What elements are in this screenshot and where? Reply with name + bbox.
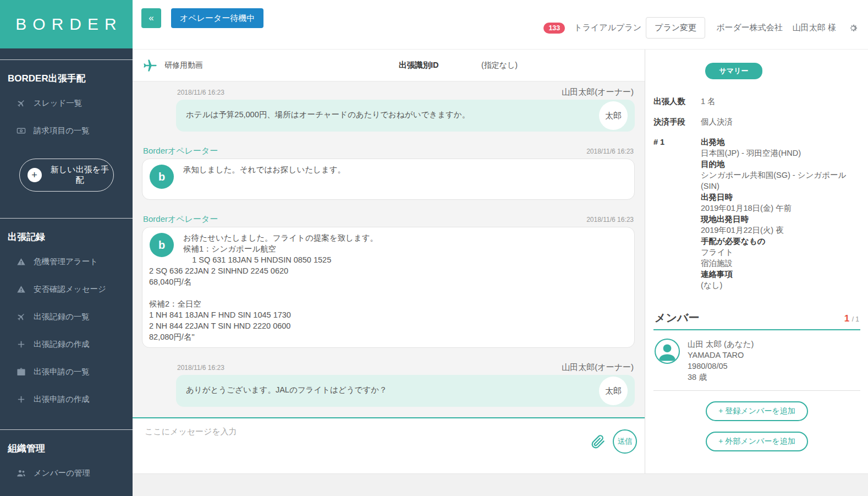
trip-number: # 1 [653, 137, 693, 291]
chat-message-user: 2018/11/6 16:23 山田太郎(オーナー) ありがとうございます。JA… [176, 362, 635, 407]
sidebar-item-trip-request-list[interactable]: 出張申請の一覧 [0, 358, 133, 385]
plane-icon [14, 310, 28, 323]
sidebar-section-title: 組織管理 [0, 442, 133, 459]
sidebar-section-trip-booking: BORDER出張手配 スレッド一覧 請求項目の一覧 + 新しい出張を手配 [0, 60, 133, 192]
field-value: 1 名 [701, 96, 716, 107]
sidebar-item-label: 請求項目の一覧 [34, 126, 90, 136]
chat-message-operator: Borderオペレーター 2018/11/6 16:23 bお待たせいたしました… [142, 214, 635, 348]
warning-icon [17, 285, 26, 294]
chat-input-bar: 送信 [133, 417, 645, 473]
sidebar-item-risk-alert[interactable]: 危機管理アラート [0, 248, 133, 275]
tab-summary[interactable]: サマリー [705, 63, 763, 79]
plus-icon [17, 395, 26, 404]
detail-value: 2019年01月18日(金) 午前 [701, 203, 860, 214]
plan-change-button[interactable]: プラン変更 [646, 17, 705, 39]
message-bubble: ありがとうございます。JALのフライトはどうですか？ 太郎 [176, 375, 635, 407]
user-name[interactable]: 山田太郎 様 [793, 23, 836, 33]
message-sender: Borderオペレーター [143, 214, 218, 225]
sidebar-item-label: メンバーの管理 [34, 468, 90, 478]
sidebar-item-label: 安否確認メッセージ [34, 284, 106, 295]
detail-label: 出発地 [701, 137, 860, 148]
bottom-strip [133, 473, 868, 496]
sidebar-item-trip-record-list[interactable]: 出張記録の一覧 [0, 303, 133, 330]
message-input[interactable] [133, 418, 556, 461]
members-count-total: / 1 [852, 315, 859, 323]
summary-trip-1: # 1 出発地 日本国(JP) - 羽田空港(HND) 目的地 シンガポール共和… [653, 137, 860, 291]
sidebar-item-label: スレッド一覧 [34, 98, 82, 108]
detail-value: シンガポール共和国(SG) - シンガポール(SIN) [701, 170, 860, 192]
detail-value: フライト 宿泊施設 [701, 247, 860, 269]
sidebar-item-member-management[interactable]: メンバーの管理 [0, 459, 133, 487]
chat-message-list[interactable]: 2018/11/6 16:23 山田太郎(オーナー) ホテルは予算25,000円… [133, 81, 645, 417]
field-label: 出張人数 [653, 96, 693, 107]
members-count-current: 1 [844, 313, 849, 324]
users-icon [17, 468, 26, 478]
trip-id-label: 出張識別ID [399, 60, 439, 70]
sidebar-section-organization: 組織管理 メンバーの管理 [0, 430, 133, 487]
topbar-right: 133 トライアルプラン プラン変更 ボーダー株式会社 山田太郎 様 [543, 17, 858, 39]
summary-panel: サマリー 添付資料 出張人数 1 名 決済手段 個人決済 # 1 出発地 日本国… [645, 50, 868, 473]
attach-file-button[interactable] [590, 432, 608, 451]
sidebar-item-label: 出張申請の作成 [34, 394, 90, 405]
message-timestamp: 2018/11/6 16:23 [177, 89, 224, 96]
summary-field-travelers: 出張人数 1 名 [653, 96, 860, 107]
message-bubble: ホテルは予算25,000円、場所はオーチャードのあたりでおねがいできますか。 太… [176, 100, 635, 132]
app-window: BORDER BORDER出張手配 スレッド一覧 請求項目の一覧 + 新しい出張… [0, 0, 868, 496]
sidebar-item-thread-list[interactable]: スレッド一覧 [0, 89, 133, 117]
sidebar-item-label: 出張申請の一覧 [34, 367, 90, 377]
briefcase-icon [17, 367, 26, 377]
detail-value: 2019年01月22日(火) 夜 [701, 225, 860, 236]
collapse-sidebar-button[interactable]: « [141, 8, 161, 28]
message-timestamp: 2018/11/6 16:23 [177, 364, 224, 372]
add-registered-member-button[interactable]: + 登録メンバーを追加 [706, 401, 808, 421]
detail-label: 手配が必要なもの [701, 236, 860, 247]
detail-label: 連絡事項 [701, 269, 860, 280]
field-label: 決済手段 [653, 116, 693, 127]
detail-value: 日本国(JP) - 羽田空港(HND) [701, 148, 860, 159]
detail-label: 現地出発日時 [701, 214, 860, 225]
main-area: « オペレーター待機中 133 トライアルプラン プラン変更 ボーダー株式会社 … [133, 0, 868, 496]
message-text: お待たせいたしました。フライトの提案を致します。 候補1：シンガポール航空 1 … [149, 233, 378, 341]
send-button[interactable]: 送信 [613, 429, 637, 454]
border-logo: BORDER [0, 0, 133, 48]
gear-icon[interactable] [848, 23, 858, 33]
sidebar-item-trip-record-create[interactable]: 出張記録の作成 [0, 330, 133, 358]
sidebar-section-trip-records: 出張記録 危機管理アラート 安否確認メッセージ 出張記録の一覧 出張記録の作成 … [0, 219, 133, 413]
new-trip-button[interactable]: + 新しい出張を手配 [19, 159, 114, 192]
detail-label: 出発日時 [701, 192, 860, 203]
paperclip-icon [590, 433, 606, 450]
message-text: ありがとうございます。JALのフライトはどうですか？ [186, 385, 387, 394]
plane-icon [14, 96, 28, 110]
member-item: 山田 太郎 (あなた) YAMADA TARO 1980/08/05 38 歳 [653, 330, 860, 391]
topbar: « オペレーター待機中 133 トライアルプラン プラン変更 ボーダー株式会社 … [133, 0, 868, 50]
person-icon [655, 339, 680, 364]
tab-attachments[interactable]: 添付資料 [756, 63, 809, 79]
plane-icon [142, 58, 158, 73]
sidebar-item-safety-message[interactable]: 安否確認メッセージ [0, 275, 133, 303]
detail-value: (なし) [701, 280, 860, 291]
operator-status-button[interactable]: オペレーター待機中 [171, 8, 263, 28]
chat-panel: 研修用動画 出張識別ID (指定なし) 2018/11/6 16:23 山田太郎… [133, 50, 645, 473]
summary-tabs: サマリー 添付資料 [705, 63, 809, 79]
member-age: 38 歳 [688, 372, 754, 383]
sidebar-section-title: BORDER出張手配 [0, 72, 133, 89]
members-section: メンバー 1 / 1 山田 太郎 (あなた) YAMADA TARO 1980/… [653, 310, 860, 451]
sidebar: BORDER BORDER出張手配 スレッド一覧 請求項目の一覧 + 新しい出張… [0, 0, 133, 496]
summary-field-payment: 決済手段 個人決済 [653, 116, 860, 127]
chat-message-operator: Borderオペレーター 2018/11/6 16:23 b承知しました。それで… [142, 146, 635, 200]
sidebar-item-label: 出張記録の一覧 [34, 312, 90, 322]
members-title: メンバー [655, 310, 699, 325]
sidebar-item-billing-list[interactable]: 請求項目の一覧 [0, 117, 133, 144]
sidebar-item-trip-request-create[interactable]: 出張申請の作成 [0, 385, 133, 413]
avatar: 太郎 [599, 377, 628, 405]
add-external-member-button[interactable]: + 外部メンバーを追加 [706, 432, 808, 451]
sidebar-section-title: 出張記録 [0, 231, 133, 248]
message-sender: 山田太郎(オーナー) [562, 362, 634, 373]
banknote-icon [17, 126, 26, 135]
member-name: 山田 太郎 (あなた) [688, 339, 754, 350]
message-bubble: bお待たせいたしました。フライトの提案を致します。 候補1：シンガポール航空 1… [142, 227, 635, 348]
member-name-roman: YAMADA TARO [688, 350, 754, 361]
company-name: ボーダー株式会社 [716, 23, 783, 33]
chat-message-user: 2018/11/6 16:23 山田太郎(オーナー) ホテルは予算25,000円… [176, 87, 635, 132]
chat-header: 研修用動画 出張識別ID (指定なし) [133, 50, 645, 81]
